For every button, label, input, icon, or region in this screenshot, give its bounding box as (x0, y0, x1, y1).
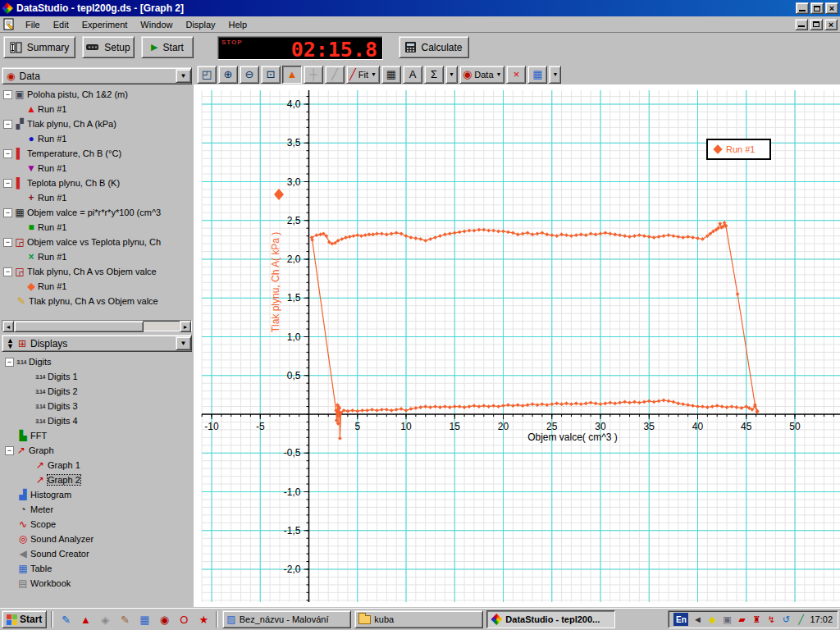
setup-button[interactable]: Setup (82, 36, 135, 58)
display-item-fft[interactable]: ▙FFT (0, 428, 192, 443)
display-item-scope[interactable]: ∿Scope (0, 517, 192, 532)
mdi-close-button[interactable]: × (824, 19, 838, 30)
red-figure-icon[interactable]: ♜ (750, 613, 763, 626)
delete-button[interactable]: × (506, 66, 526, 84)
graph-settings-button[interactable]: ▦ (527, 66, 547, 84)
expand-collapse-box[interactable]: − (3, 179, 12, 188)
scroll-left-icon[interactable]: ◄ (2, 321, 14, 332)
expand-collapse-box[interactable]: − (5, 446, 14, 455)
data-menu-button[interactable]: ◉Data▼ (459, 66, 505, 84)
menu-experiment[interactable]: Experiment (75, 18, 135, 31)
display-item-digits-2[interactable]: 3.14Digits 2 (0, 384, 192, 399)
data-run-item[interactable]: ▲Run #1 (0, 102, 192, 116)
menu-display[interactable]: Display (179, 18, 221, 31)
language-indicator[interactable]: En (673, 613, 688, 626)
expand-collapse-box[interactable]: − (3, 149, 12, 158)
panel-resize-icon[interactable]: ▲▼ (7, 338, 14, 349)
menu-file[interactable]: File (19, 18, 47, 31)
display-item-graph-1[interactable]: ↗Graph 1 (0, 458, 192, 472)
statistics-button[interactable]: Σ (424, 66, 444, 84)
tray-pencil-icon[interactable]: ╱ (794, 613, 807, 626)
quick-launch-notepad-icon[interactable]: ✎ (57, 611, 74, 628)
calculator-tool-button[interactable]: ▦ (381, 66, 401, 84)
ati-icon[interactable]: ▰ (735, 613, 748, 626)
zoom-select-button[interactable]: ⊡ (261, 66, 281, 84)
scroll-thumb[interactable] (14, 321, 144, 332)
mdi-restore-button[interactable] (810, 19, 823, 30)
scale-to-fit-button[interactable]: ◰ (197, 66, 217, 84)
expand-collapse-box[interactable]: − (3, 267, 12, 276)
smart-cursor-button[interactable]: ┼ (304, 66, 323, 84)
yellow-diamond-icon[interactable]: ◆ (705, 613, 719, 626)
menu-window[interactable]: Window (134, 18, 179, 31)
data-run-item[interactable]: +Run #1 (0, 190, 192, 205)
menu-edit[interactable]: Edit (47, 18, 75, 31)
task-button-1[interactable]: ▨Bez_názvu - Malování (222, 610, 351, 628)
display-item-digits-4[interactable]: 3.14Digits 4 (0, 413, 192, 428)
text-tool-button[interactable]: A (403, 66, 422, 84)
data-source-item[interactable]: −◲Tlak plynu, Ch A vs Objem valce (0, 264, 192, 279)
expand-collapse-box[interactable]: − (3, 120, 12, 129)
expand-collapse-box[interactable]: − (5, 358, 14, 367)
quick-launch-flame-icon[interactable]: ★ (195, 611, 212, 628)
data-source-item[interactable]: −▦Objem valce = pi*r*r*y*100 (cm^3 (0, 205, 192, 220)
data-source-item[interactable]: −▌Teplota plynu, Ch B (K) (0, 176, 192, 190)
data-source-item[interactable]: ✎Tlak plynu, Ch A vs Objem valce (0, 294, 192, 308)
scroll-right-icon[interactable]: ► (180, 321, 191, 332)
smart-tool-lock-button[interactable]: ▲ (282, 66, 302, 84)
data-run-item[interactable]: ◆Run #1 (0, 279, 192, 294)
display-item-graph-2[interactable]: ↗Graph 2 (0, 472, 192, 487)
expand-collapse-box[interactable]: − (3, 238, 12, 247)
display-item-table[interactable]: ▦Table (0, 561, 192, 576)
slope-tool-button[interactable]: ╱ (325, 66, 345, 84)
task-button-2[interactable]: kuba (354, 610, 483, 628)
quick-launch-viewer-icon[interactable]: ◉ (156, 611, 172, 628)
data-source-item[interactable]: −▌Temperature, Ch B (°C) (0, 146, 192, 161)
scheduler-icon[interactable]: ▣ (720, 613, 733, 626)
data-run-item[interactable]: ■Run #1 (0, 220, 192, 235)
minimize-button[interactable] (796, 2, 809, 14)
fit-menu-button[interactable]: ╱Fit▼ (346, 66, 380, 84)
zoom-out-button[interactable]: ⊖ (240, 66, 259, 84)
display-item-digits-1[interactable]: 3.14Digits 1 (0, 369, 192, 384)
data-tree-hscrollbar[interactable]: ◄ ► (2, 320, 192, 331)
data-source-item[interactable]: −▣Poloha pistu, Ch 1&2 (m) (0, 87, 192, 102)
data-panel-dropdown-button[interactable]: ▼ (176, 69, 191, 83)
display-item-meter[interactable]: ◔Meter (0, 502, 192, 517)
menu-help[interactable]: Help (222, 18, 254, 31)
zoom-in-button[interactable]: ⊕ (218, 66, 238, 84)
display-item-digits-3[interactable]: 3.14Digits 3 (0, 399, 192, 413)
expand-collapse-box[interactable]: − (3, 90, 12, 99)
plot-canvas[interactable]: -10-551015202530354045504,03,53,02,52,01… (194, 84, 840, 607)
display-item-graph[interactable]: −↗Graph (0, 443, 192, 458)
lightning-icon[interactable]: ↯ (765, 613, 778, 626)
document-icon[interactable] (2, 18, 16, 30)
mdi-minimize-button[interactable] (795, 19, 808, 30)
display-item-sound-analyzer[interactable]: ◎Sound Analyzer (0, 532, 192, 546)
close-button[interactable]: × (825, 2, 838, 14)
display-item-workbook[interactable]: ▤Workbook (0, 576, 192, 591)
calculate-button[interactable]: Calculate (399, 36, 469, 58)
summary-button[interactable]: Summary (3, 36, 75, 58)
display-item-sound-creator[interactable]: ◀Sound Creator (0, 546, 192, 561)
speaker-icon[interactable]: ◄ (691, 613, 704, 626)
display-item-digits[interactable]: −3.14Digits (0, 354, 192, 369)
quick-launch-bird-icon[interactable]: ◈ (97, 611, 113, 628)
data-run-item[interactable]: ▼Run #1 (0, 161, 192, 176)
displays-panel-dropdown-button[interactable]: ▼ (176, 336, 191, 350)
start-menu-button[interactable]: Start (2, 610, 47, 628)
quick-launch-calculator-icon[interactable]: ▦ (136, 611, 153, 628)
task-button-3[interactable]: DataStudio - tepl200... (486, 610, 615, 628)
restore-button[interactable] (810, 2, 824, 14)
quick-launch-acrobat-icon[interactable]: ▲ (77, 611, 94, 628)
sync-arrows-icon[interactable]: ↺ (779, 613, 792, 626)
data-source-item[interactable]: −▞Tlak plynu, Ch A (kPa) (0, 116, 192, 131)
statistics-dropdown-button[interactable]: ▼ (445, 66, 458, 84)
expand-collapse-box[interactable]: − (3, 208, 12, 217)
quick-launch-paint-pen-icon[interactable]: ✎ (116, 611, 133, 628)
data-run-item[interactable]: ●Run #1 (0, 131, 192, 146)
display-item-histogram[interactable]: ▟Histogram (0, 487, 192, 502)
data-source-item[interactable]: −◲Objem valce vs Teplota plynu, Ch (0, 235, 192, 249)
legend-box[interactable]: Run #1 (706, 139, 771, 160)
quick-launch-opera-icon[interactable]: O (176, 611, 192, 628)
